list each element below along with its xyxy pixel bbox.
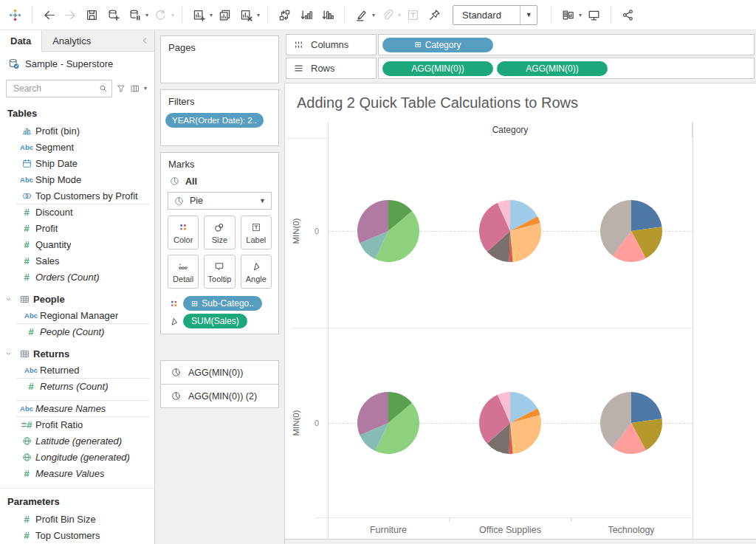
field-item-regional-manager[interactable]: AbcRegional Manager — [0, 307, 154, 323]
row-axis-label[interactable]: MIN(0) — [292, 202, 302, 261]
pill-agg-min-0[interactable]: AGG(MIN(0)) — [497, 61, 608, 76]
row-axis-label[interactable]: MIN(0) — [292, 393, 302, 452]
run-update-caret-icon[interactable]: ▾ — [171, 12, 174, 18]
columns-shelf-label: Columns — [286, 34, 377, 55]
search-box[interactable] — [6, 80, 112, 97]
show-cards-caret-icon[interactable]: ▾ — [579, 12, 582, 18]
swap-rows-columns-button[interactable] — [274, 4, 295, 25]
datasource-item[interactable]: Sample - Superstore — [0, 52, 154, 76]
presentation-mode-button[interactable] — [583, 4, 605, 25]
pie-chart-office-supplies-row1[interactable] — [477, 198, 543, 264]
mark-card-agg-min-0-2[interactable]: AGG(MIN(0)) (2) — [160, 384, 279, 408]
pill-agg-min-0[interactable]: AGG(MIN(0)) — [382, 61, 493, 76]
search-input[interactable] — [12, 83, 98, 94]
marks-label-button[interactable]: Label — [241, 216, 272, 249]
column-field-header[interactable]: Category — [328, 122, 693, 138]
rows-shelf[interactable]: AGG(MIN(0))AGG(MIN(0)) — [378, 58, 755, 79]
save-button[interactable] — [81, 4, 103, 25]
group-members-button[interactable] — [377, 4, 398, 25]
show-cards-button[interactable] — [557, 4, 579, 25]
collapse-pane-button[interactable] — [135, 30, 154, 51]
columns-shelf[interactable]: ⊞Category — [378, 34, 755, 55]
field-item-quantity[interactable]: #Quantity — [0, 236, 154, 252]
column-label-technology[interactable]: Technology — [571, 525, 692, 535]
share-button[interactable] — [617, 4, 639, 25]
field-item-profit-bin-size[interactable]: #Profit Bin Size — [0, 511, 154, 527]
chevron-down-icon[interactable] — [4, 295, 16, 303]
pie-chart-technology-row1[interactable] — [598, 198, 664, 264]
field-item-discount[interactable]: #Discount — [0, 204, 154, 220]
field-group-people[interactable]: People — [0, 291, 154, 307]
expand-icon[interactable]: ⊞ — [415, 40, 422, 49]
pin-button[interactable] — [424, 4, 445, 25]
duplicate-button[interactable] — [214, 4, 236, 25]
field-group-returns[interactable]: Returns — [0, 345, 154, 362]
marks-tooltip-button[interactable]: Tooltip — [204, 255, 235, 289]
filters-shelf[interactable]: Filters YEAR(Order Date): 2.. — [160, 89, 279, 146]
field-item-profit[interactable]: #Profit — [0, 220, 154, 236]
field-item-ship-mode[interactable]: AbcShip Mode — [0, 171, 154, 187]
field-item-measure-names[interactable]: AbcMeasure Names — [0, 400, 154, 416]
undo-arrow-button[interactable] — [38, 4, 60, 25]
clear-sheet-button[interactable] — [236, 4, 257, 25]
field-item-latitude-generated[interactable]: Latitude (generated) — [0, 433, 154, 449]
run-update-button[interactable] — [150, 4, 171, 25]
field-item-people-count[interactable]: #People (Count) — [0, 323, 154, 340]
field-item-top-customers-by-profit[interactable]: Top Customers by Profit — [0, 187, 154, 204]
pane-border-right — [693, 122, 693, 539]
field-item-top-customers[interactable]: #Top Customers — [0, 527, 154, 543]
pie-chart-furniture-row1[interactable] — [355, 198, 422, 264]
fit-mode-dropdown[interactable]: Standard▼ — [453, 5, 537, 25]
column-label-furniture[interactable]: Furniture — [328, 525, 449, 535]
marks-detail-button[interactable]: Detail — [168, 255, 199, 289]
text-label-button[interactable] — [402, 4, 424, 25]
pause-auto-updates-button[interactable] — [124, 4, 145, 25]
clear-sheet-caret-icon[interactable]: ▾ — [257, 12, 260, 18]
rows-label-text: Rows — [311, 63, 335, 74]
mark-card-agg-min-0[interactable]: AGG(MIN(0)) — [160, 360, 279, 385]
field-item-returns-count[interactable]: #Returns (Count) — [0, 378, 154, 394]
view-options-icon[interactable] — [130, 83, 140, 94]
tab-analytics[interactable]: Analytics — [42, 30, 101, 51]
new-worksheet-caret-icon[interactable]: ▾ — [210, 12, 213, 18]
sort-descending-button[interactable] — [317, 4, 338, 25]
field-item-sales[interactable]: #Sales — [0, 252, 154, 269]
pill-category[interactable]: ⊞Category — [382, 38, 493, 52]
tableau-logo-button[interactable] — [4, 4, 26, 25]
field-item-measure-values[interactable]: #Measure Values — [0, 465, 154, 481]
pie-chart-technology-row2[interactable] — [598, 390, 664, 456]
field-item-longitude-generated[interactable]: Longitude (generated) — [0, 449, 154, 465]
pages-shelf[interactable]: Pages — [160, 35, 279, 83]
field-item-profit-bin[interactable]: Profit (bin) — [0, 123, 154, 139]
mark-type-dropdown[interactable]: Pie ▼ — [168, 192, 272, 210]
tab-data[interactable]: Data — [0, 30, 42, 52]
expand-icon[interactable]: ⊞ — [191, 299, 198, 309]
pause-auto-updates-caret-icon[interactable]: ▾ — [145, 12, 148, 18]
chevron-down-icon[interactable] — [4, 350, 16, 358]
highlight-caret-icon[interactable]: ▾ — [372, 12, 375, 18]
field-item-profit-ratio[interactable]: =#Profit Ratio — [0, 416, 154, 433]
pie-chart-furniture-row2[interactable] — [355, 390, 422, 456]
table-icon — [16, 348, 33, 359]
sort-ascending-button[interactable] — [295, 4, 317, 25]
view-options-caret-icon[interactable]: ▾ — [144, 85, 147, 92]
pill-sum-sales[interactable]: SUM(Sales) — [183, 314, 247, 328]
pill-sub-catego[interactable]: ⊞Sub-Catego.. — [183, 296, 262, 311]
redo-arrow-button[interactable] — [60, 4, 81, 25]
pie-chart-office-supplies-row2[interactable] — [477, 390, 543, 456]
new-data-source-button[interactable] — [103, 4, 124, 25]
marks-all-row[interactable]: All — [161, 173, 278, 188]
field-item-returned[interactable]: AbcReturned — [0, 362, 154, 378]
field-item-ship-date[interactable]: Ship Date — [0, 155, 154, 171]
field-item-orders-count[interactable]: #Orders (Count) — [0, 269, 154, 285]
filter-pill-year-order-date[interactable]: YEAR(Order Date): 2.. — [165, 113, 264, 128]
group-members-caret-icon[interactable]: ▾ — [398, 12, 401, 18]
new-worksheet-button[interactable] — [188, 4, 210, 25]
marks-color-button[interactable]: Color — [168, 216, 199, 249]
column-label-office-supplies[interactable]: Office Supplies — [450, 525, 571, 535]
field-item-segment[interactable]: AbcSegment — [0, 139, 154, 155]
marks-angle-button[interactable]: Angle — [241, 255, 272, 289]
highlight-button[interactable] — [351, 4, 372, 25]
marks-size-button[interactable]: Size — [204, 216, 235, 249]
filter-fields-icon[interactable] — [116, 83, 126, 94]
